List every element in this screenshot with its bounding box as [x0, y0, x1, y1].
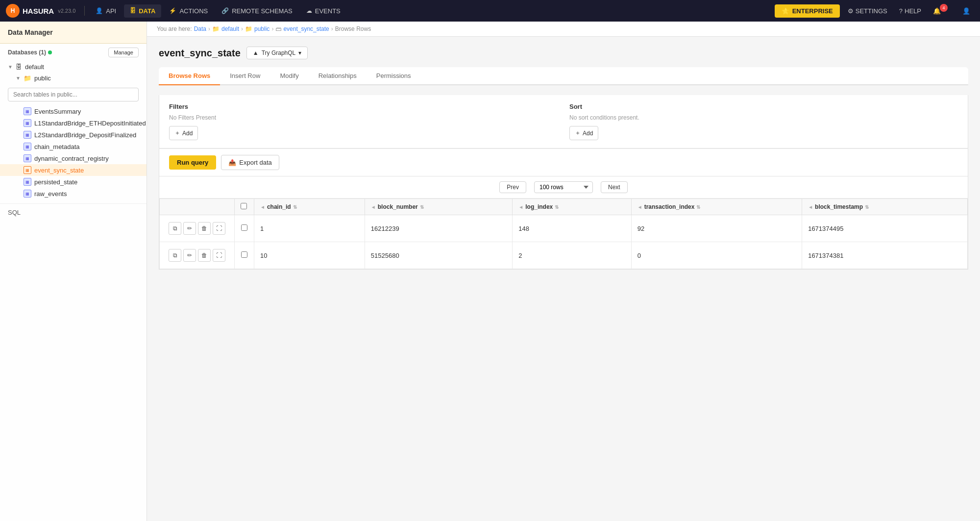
col-transaction-index-label: transaction_index [644, 203, 695, 210]
breadcrumb-table-link[interactable]: event_sync_state [283, 25, 329, 32]
sidebar: Data Manager Databases (1) Manage ▼ 🗄 de… [0, 22, 147, 521]
sort-icon-log-index[interactable]: ⇅ [555, 204, 559, 210]
breadcrumb-public-link[interactable]: public [254, 25, 270, 32]
plus-icon: ＋ [174, 129, 180, 137]
sidebar-item-events_summary[interactable]: ▦EventsSummary [0, 105, 147, 117]
no-sort-text: No sort conditions present. [569, 114, 958, 121]
sidebar-item-dynamic_contract_registry[interactable]: ▦dynamic_contract_registry [0, 152, 147, 164]
try-graphql-button[interactable]: ▲ Try GraphQL ▾ [246, 47, 308, 59]
no-filters-text: No Filters Present [169, 114, 558, 121]
th-actions [160, 199, 235, 215]
row-actions-cell-1: ⧉ ✏ 🗑 ⛶ [160, 242, 235, 269]
breadcrumb-table-icon: 🗃 [275, 25, 281, 32]
nav-item-events[interactable]: ☁ EVENTS [300, 4, 346, 18]
main-content: You are here: Data › 📁 default › 📁 publi… [147, 22, 980, 521]
star-icon: ⭐ [782, 7, 789, 15]
export-icon: 📤 [228, 159, 236, 166]
delete-row-button-0[interactable]: 🗑 [198, 222, 211, 235]
nav-label-remote-schemas: REMOTE SCHEMAS [232, 7, 293, 15]
breadcrumb-sep4: › [331, 25, 333, 32]
cell-block-timestamp-1: 1671374381 [802, 242, 968, 269]
sort-icon-block-number[interactable]: ⇅ [420, 204, 424, 210]
sidebar-item-l2_bridge[interactable]: ▦L2StandardBridge_DepositFinalized [0, 129, 147, 141]
chevron-down-icon: ▾ [298, 50, 301, 56]
nav-item-data[interactable]: 🗄 DATA [124, 4, 161, 18]
tab-permissions[interactable]: Permissions [367, 67, 421, 85]
sort-icon-block-timestamp[interactable]: ⇅ [865, 204, 869, 210]
plus-icon-sort: ＋ [575, 129, 581, 137]
api-icon: 👤 [96, 7, 103, 14]
cell-block-number-0: 16212239 [365, 215, 512, 242]
next-button[interactable]: Next [601, 181, 628, 193]
sidebar-item-public-schema[interactable]: ▼ 📁 public [0, 73, 147, 84]
remote-schemas-icon: 🔗 [221, 7, 229, 14]
tab-browse-rows[interactable]: Browse Rows [159, 67, 220, 85]
cell-block-number-1: 51525680 [365, 242, 512, 269]
run-query-button[interactable]: Run query [169, 155, 216, 170]
col-pin-block-timestamp: ◄ [808, 204, 813, 210]
rows-per-page-select[interactable]: 100 rows [534, 181, 593, 193]
sidebar-item-l1_bridge[interactable]: ▦L1StandardBridge_ETHDepositInitiated [0, 117, 147, 129]
nav-label-actions: ACTIONS [179, 7, 208, 15]
enterprise-button[interactable]: ⭐ ENTERPRISE [775, 4, 840, 18]
expand-row-button-0[interactable]: ⛶ [213, 222, 225, 235]
add-filter-button[interactable]: ＋ Add [169, 126, 198, 140]
th-log-index: ◄ log_index ⇅ [513, 199, 631, 215]
breadcrumb-default-link[interactable]: default [221, 25, 239, 32]
row-checkbox-1[interactable] [241, 251, 247, 258]
tab-modify[interactable]: Modify [270, 67, 308, 85]
db-icon: 🗄 [16, 63, 22, 71]
sidebar-item-chain_metadata[interactable]: ▦chain_metadata [0, 141, 147, 152]
th-chain-id: ◄ chain_id ⇅ [254, 199, 365, 215]
sidebar-item-raw_events[interactable]: ▦raw_events [0, 188, 147, 199]
sidebar-item-sql[interactable]: SQL [0, 203, 147, 221]
notification-badge: 4 [940, 4, 948, 12]
sort-icon-chain-id[interactable]: ⇅ [293, 204, 297, 210]
user-profile-button[interactable]: 👤 [958, 5, 974, 17]
nav-item-actions[interactable]: ⚡ ACTIONS [163, 4, 214, 18]
add-sort-button[interactable]: ＋ Add [569, 126, 598, 140]
th-block-timestamp: ◄ block_timestamp ⇅ [802, 199, 968, 215]
export-data-button[interactable]: 📤 Export data [221, 155, 279, 170]
prev-button[interactable]: Prev [499, 181, 526, 193]
table-icon: ▦ [24, 166, 31, 174]
page-title-row: event_sync_state ▲ Try GraphQL ▾ [159, 47, 968, 59]
manage-button[interactable]: Manage [108, 48, 139, 57]
table-icon: ▦ [24, 154, 31, 162]
search-tables-input[interactable] [8, 88, 139, 101]
sidebar-item-default-db[interactable]: ▼ 🗄 default [0, 61, 147, 73]
sidebar-item-persisted_state[interactable]: ▦persisted_state [0, 176, 147, 188]
edit-row-button-0[interactable]: ✏ [183, 222, 196, 235]
row-checkbox-0[interactable] [241, 224, 247, 231]
nav-item-api[interactable]: 👤 API [90, 4, 122, 18]
col-block-timestamp-label: block_timestamp [815, 203, 863, 210]
tab-insert-row[interactable]: Insert Row [220, 67, 270, 85]
nav-label-data: DATA [139, 7, 155, 15]
notifications-button[interactable]: 🔔 4 [929, 5, 955, 17]
chevron-down-icon: ▼ [8, 64, 13, 70]
tab-relationships[interactable]: Relationships [309, 67, 367, 85]
nav-separator [84, 6, 85, 16]
help-button[interactable]: ? HELP [895, 5, 925, 17]
events-icon: ☁ [306, 7, 312, 14]
sidebar-item-event_sync_state[interactable]: ▦event_sync_state [0, 164, 147, 176]
nav-label-api: API [106, 7, 116, 15]
nav-label-events: EVENTS [315, 7, 341, 15]
expand-row-button-1[interactable]: ⛶ [213, 249, 225, 262]
select-all-checkbox[interactable] [241, 203, 247, 209]
table-icon: ▦ [24, 190, 31, 198]
edit-row-button-1[interactable]: ✏ [183, 249, 196, 262]
logo[interactable]: H HASURA v2.23.0 [6, 4, 75, 18]
clone-row-button-0[interactable]: ⧉ [169, 222, 181, 235]
row-checkbox-cell-0 [235, 215, 254, 242]
breadcrumb-data-link[interactable]: Data [194, 25, 206, 32]
table-icon: ▦ [24, 143, 31, 150]
nav-item-remote-schemas[interactable]: 🔗 REMOTE SCHEMAS [216, 4, 298, 18]
table-icon: ▦ [24, 119, 31, 127]
breadcrumb-you-are-here: You are here: [157, 25, 192, 32]
delete-row-button-1[interactable]: 🗑 [198, 249, 211, 262]
data-table: ◄ chain_id ⇅ ◄ block_number ⇅ [159, 198, 968, 269]
settings-button[interactable]: ⚙ SETTINGS [844, 5, 891, 17]
sort-icon-transaction-index[interactable]: ⇅ [696, 204, 700, 210]
clone-row-button-1[interactable]: ⧉ [169, 249, 181, 262]
